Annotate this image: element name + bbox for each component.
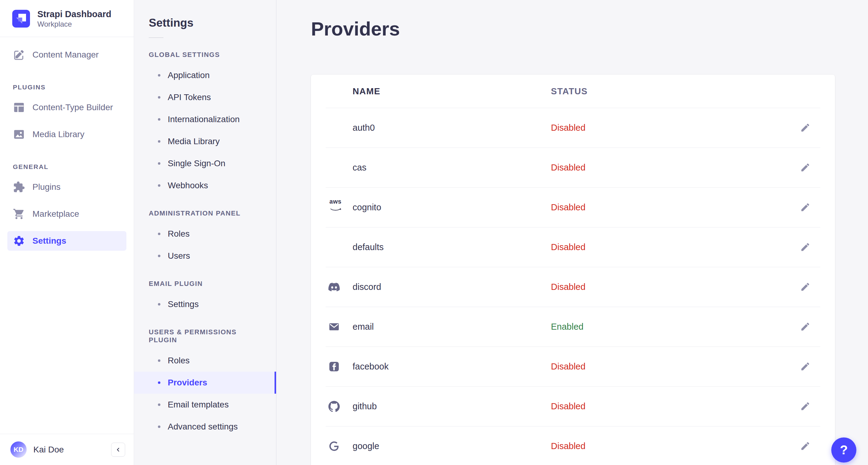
provider-name: discord — [352, 282, 551, 292]
subnav-item-roles[interactable]: Roles — [134, 349, 276, 372]
subnav-item-single-sign-on[interactable]: Single Sign-On — [134, 152, 276, 175]
subnav-title: Settings — [134, 0, 276, 29]
pencil-icon — [800, 282, 810, 292]
subnav-item-application[interactable]: Application — [134, 64, 276, 86]
row-actions — [797, 241, 812, 253]
table-row-google[interactable]: googleDisabled — [311, 426, 835, 465]
google-icon — [329, 440, 352, 452]
workspace-name: Workplace — [37, 20, 112, 29]
pencil-icon — [800, 441, 810, 451]
facebook-icon — [329, 361, 352, 372]
sidebar-item-content-manager[interactable]: Content Manager — [7, 45, 126, 65]
content-type-builder-icon — [13, 101, 25, 114]
subnav-item-label: Roles — [168, 229, 190, 239]
discord-icon — [329, 281, 352, 293]
edit-provider-button[interactable] — [799, 400, 812, 413]
table-row-cognito[interactable]: awscognitoDisabled — [311, 187, 835, 227]
subnav-item-users[interactable]: Users — [134, 245, 276, 267]
status-text: Disabled — [551, 282, 797, 292]
table-header-row: NAME STATUS — [311, 75, 835, 108]
bullet-icon — [158, 140, 160, 143]
status-text: Disabled — [551, 441, 797, 451]
table-row-auth0[interactable]: auth0Disabled — [311, 108, 835, 148]
sidebar-item-media-library[interactable]: Media Library — [7, 125, 126, 144]
provider-name: defaults — [352, 242, 551, 252]
table-row-discord[interactable]: discordDisabled — [311, 267, 835, 307]
marketplace-icon — [13, 208, 25, 220]
edit-provider-button[interactable] — [799, 440, 812, 453]
table-row-facebook[interactable]: facebookDisabled — [311, 346, 835, 386]
status-text: Disabled — [551, 203, 797, 212]
subnav-item-label: API Tokens — [168, 92, 211, 102]
sidebar-item-settings[interactable]: Settings — [7, 231, 126, 251]
row-actions — [797, 161, 812, 174]
status-text: Disabled — [551, 401, 797, 411]
brand-home-link[interactable]: Strapi Dashboard Workplace — [0, 0, 134, 37]
content-manager-icon — [13, 49, 25, 61]
bullet-icon — [158, 360, 160, 362]
table-row-email[interactable]: emailEnabled — [311, 307, 835, 346]
chevron-left-icon — [115, 446, 122, 453]
user-name[interactable]: Kai Doe — [33, 445, 64, 455]
subnav-item-media-library[interactable]: Media Library — [134, 130, 276, 152]
subnav-section-title-email-plugin: EMAIL PLUGIN — [134, 267, 276, 293]
edit-provider-button[interactable] — [799, 201, 812, 214]
pencil-icon — [800, 361, 810, 372]
subnav-item-webhooks[interactable]: Webhooks — [134, 175, 276, 196]
github-icon — [329, 401, 352, 412]
sidebar-item-label: Plugins — [32, 182, 61, 192]
edit-provider-button[interactable] — [799, 320, 812, 333]
sidebar-nav: Content ManagerPLUGINSContent-Type Build… — [0, 37, 134, 434]
page-title: Providers — [311, 17, 835, 40]
pencil-icon — [800, 242, 810, 252]
table-row-github[interactable]: githubDisabled — [311, 386, 835, 426]
subnav-item-label: Advanced settings — [168, 422, 238, 432]
sidebar-item-label: Marketplace — [32, 209, 79, 219]
column-header-name: NAME — [352, 86, 551, 96]
edit-provider-button[interactable] — [799, 121, 812, 134]
subnav-item-label: Webhooks — [168, 181, 208, 190]
subnav-item-internationalization[interactable]: Internationalization — [134, 108, 276, 130]
pencil-icon — [800, 162, 810, 173]
status-text: Disabled — [551, 362, 797, 372]
row-actions — [797, 440, 812, 453]
subnav-item-email-templates[interactable]: Email templates — [134, 394, 276, 416]
sidebar-item-label: Content Manager — [32, 50, 98, 60]
row-actions — [797, 400, 812, 413]
provider-name: cognito — [352, 203, 551, 212]
bullet-icon — [158, 255, 160, 257]
row-actions — [797, 201, 812, 214]
user-avatar[interactable]: KD — [10, 441, 27, 458]
table-row-cas[interactable]: casDisabled — [311, 148, 835, 187]
help-button[interactable]: ? — [831, 437, 856, 463]
main-content: Providers NAME STATUS auth0DisabledcasDi… — [276, 0, 868, 465]
brand-text: Strapi Dashboard Workplace — [37, 8, 112, 29]
row-actions — [797, 121, 812, 134]
edit-provider-button[interactable] — [799, 241, 812, 253]
sidebar-footer: KD Kai Doe — [0, 434, 134, 465]
bullet-icon — [158, 96, 160, 99]
edit-provider-button[interactable] — [799, 280, 812, 293]
provider-name: facebook — [352, 362, 551, 372]
bullet-icon — [158, 184, 160, 187]
row-actions — [797, 280, 812, 293]
subnav-sections: GLOBAL SETTINGSApplicationAPI TokensInte… — [134, 38, 276, 438]
subnav-item-api-tokens[interactable]: API Tokens — [134, 86, 276, 108]
subnav-item-providers[interactable]: Providers — [134, 372, 276, 394]
sidebar-section-title-plugins: PLUGINS — [7, 72, 126, 98]
subnav-item-roles[interactable]: Roles — [134, 223, 276, 245]
subnav-item-label: Users — [168, 251, 190, 261]
sidebar-item-plugins[interactable]: Plugins — [7, 177, 126, 197]
table-row-defaults[interactable]: defaultsDisabled — [311, 227, 835, 267]
subnav-item-label: Internationalization — [168, 115, 240, 124]
edit-provider-button[interactable] — [799, 161, 812, 174]
sidebar-item-marketplace[interactable]: Marketplace — [7, 204, 126, 224]
subnav-item-label: Email templates — [168, 400, 229, 410]
subnav-item-settings[interactable]: Settings — [134, 293, 276, 315]
edit-provider-button[interactable] — [799, 360, 812, 373]
sidebar-item-content-type-builder[interactable]: Content-Type Builder — [7, 98, 126, 117]
subnav-item-advanced-settings[interactable]: Advanced settings — [134, 416, 276, 438]
sidebar-item-label: Settings — [32, 236, 66, 246]
collapse-sidebar-button[interactable] — [111, 443, 125, 457]
providers-table-card: NAME STATUS auth0DisabledcasDisabledawsc… — [311, 75, 835, 465]
